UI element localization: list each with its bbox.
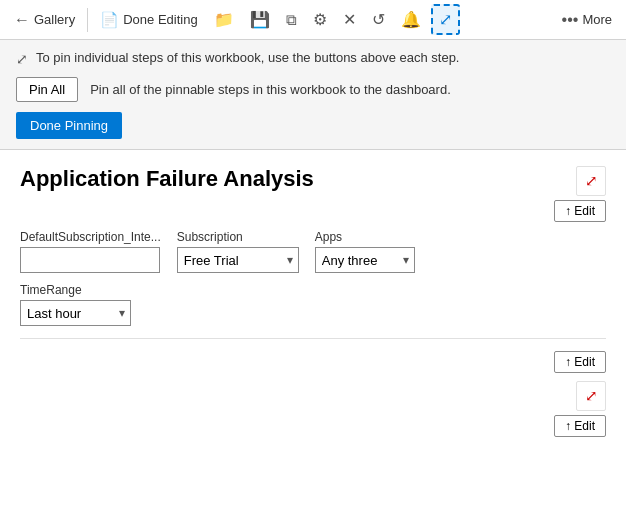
- main-content: ⤢ Application Failure Analysis ↑ Edit De…: [0, 150, 626, 461]
- refresh-button[interactable]: ↺: [366, 6, 391, 33]
- section2-edit-button-bottom[interactable]: ↑ Edit: [554, 415, 606, 437]
- subscription-inte-input[interactable]: [20, 247, 160, 273]
- gear-icon: ⚙: [313, 10, 327, 29]
- param-default-subscription: DefaultSubscription_Inte...: [20, 230, 161, 273]
- section2-block: ↑ Edit ⤢ ↑ Edit: [20, 351, 606, 437]
- subscription-select-wrapper: Free Trial Pay-As-You-Go: [177, 247, 299, 273]
- more-button[interactable]: ••• More: [556, 7, 618, 33]
- apps-select-wrapper: Any three All: [315, 247, 415, 273]
- subscription-select[interactable]: Free Trial Pay-As-You-Go: [177, 247, 299, 273]
- section1-title: Application Failure Analysis: [20, 166, 606, 192]
- section2-pin-icon: ⤢: [585, 387, 598, 405]
- save-button[interactable]: 💾: [244, 6, 276, 33]
- apps-select[interactable]: Any three All: [315, 247, 415, 273]
- close-button[interactable]: ✕: [337, 6, 362, 33]
- page-icon: 📄: [100, 11, 119, 29]
- ellipsis-icon: •••: [562, 11, 579, 29]
- pin-info-text: To pin individual steps of this workbook…: [36, 50, 459, 65]
- section2-edit-row-bottom: ↑ Edit: [20, 415, 606, 437]
- done-editing-label: Done Editing: [123, 12, 197, 27]
- section1-edit-label: ↑ Edit: [565, 204, 595, 218]
- timerange-select[interactable]: Last hour Last 24 hours Last 7 days: [20, 300, 131, 326]
- pin-info-icon: ⤢: [16, 51, 28, 67]
- params-row-1: DefaultSubscription_Inte... Subscription…: [20, 230, 606, 273]
- pin-actions: Pin All Pin all of the pinnable steps in…: [16, 77, 610, 102]
- param-timerange: TimeRange Last hour Last 24 hours Last 7…: [20, 283, 131, 326]
- pin-info-bar: ⤢ To pin individual steps of this workbo…: [0, 40, 626, 150]
- pin-info-row: ⤢ To pin individual steps of this workbo…: [16, 50, 610, 67]
- close-icon: ✕: [343, 10, 356, 29]
- section2-edit-row-top: ↑ Edit: [20, 351, 606, 373]
- section1-pin-icon: ⤢: [585, 172, 598, 190]
- save-icon: 💾: [250, 10, 270, 29]
- param-apps: Apps Any three All: [315, 230, 415, 273]
- pin-all-button[interactable]: Pin All: [16, 77, 78, 102]
- folder-icon: 📁: [214, 10, 234, 29]
- section-divider: [20, 338, 606, 339]
- section1-edit-button[interactable]: ↑ Edit: [554, 200, 606, 222]
- section2-edit-label-top: ↑ Edit: [565, 355, 595, 369]
- section1-edit-row: ↑ Edit: [20, 200, 606, 222]
- params-row-2: TimeRange Last hour Last 24 hours Last 7…: [20, 283, 606, 326]
- pin-icon: ⤢: [439, 10, 452, 29]
- param-label-subscription: Subscription: [177, 230, 299, 244]
- toolbar-divider-1: [87, 8, 88, 32]
- more-label: More: [582, 12, 612, 27]
- pin-toolbar-button[interactable]: ⤢: [431, 4, 460, 35]
- bell-button[interactable]: 🔔: [395, 6, 427, 33]
- section2-edit-label-bottom: ↑ Edit: [565, 419, 595, 433]
- section2-edit-button-top[interactable]: ↑ Edit: [554, 351, 606, 373]
- done-pinning-button[interactable]: Done Pinning: [16, 112, 122, 139]
- timerange-select-wrapper: Last hour Last 24 hours Last 7 days: [20, 300, 131, 326]
- done-editing-button[interactable]: 📄 Done Editing: [94, 7, 203, 33]
- back-icon: ←: [14, 11, 30, 29]
- copy-icon: ⧉: [286, 11, 297, 29]
- section1-block: ⤢ Application Failure Analysis ↑ Edit De…: [20, 166, 606, 326]
- gallery-button[interactable]: ← Gallery: [8, 7, 81, 33]
- copy-button[interactable]: ⧉: [280, 7, 303, 33]
- section1-params: DefaultSubscription_Inte... Subscription…: [20, 230, 606, 326]
- param-label-apps: Apps: [315, 230, 415, 244]
- bell-icon: 🔔: [401, 10, 421, 29]
- param-label-subscription-inte: DefaultSubscription_Inte...: [20, 230, 161, 244]
- refresh-icon: ↺: [372, 10, 385, 29]
- settings-button[interactable]: ⚙: [307, 6, 333, 33]
- gallery-label: Gallery: [34, 12, 75, 27]
- param-subscription: Subscription Free Trial Pay-As-You-Go: [177, 230, 299, 273]
- toolbar: ← Gallery 📄 Done Editing 📁 💾 ⧉ ⚙ ✕ ↺ 🔔 ⤢…: [0, 0, 626, 40]
- pin-all-description: Pin all of the pinnable steps in this wo…: [90, 82, 451, 97]
- param-label-timerange: TimeRange: [20, 283, 131, 297]
- section1-pin-button[interactable]: ⤢: [576, 166, 606, 196]
- section2-pin-button[interactable]: ⤢: [576, 381, 606, 411]
- folder-button[interactable]: 📁: [208, 6, 240, 33]
